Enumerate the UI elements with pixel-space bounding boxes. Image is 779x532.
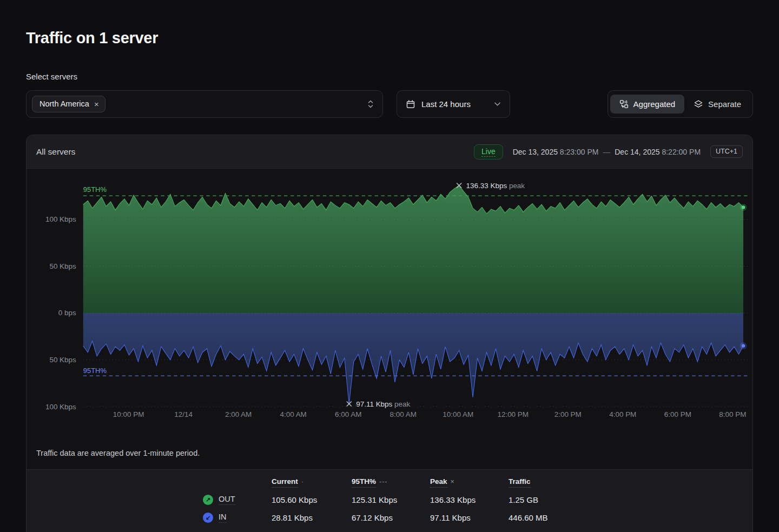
- controls-row: North America × Last 24 hours: [26, 90, 753, 118]
- download-arrow-icon: ↙: [203, 513, 213, 523]
- page-title: Traffic on 1 server: [26, 29, 753, 47]
- remove-server-icon[interactable]: ×: [94, 100, 99, 108]
- chevron-down-icon: [494, 102, 501, 107]
- x-tick-label: 4:00 PM: [609, 410, 636, 418]
- panel-title: All servers: [36, 147, 75, 157]
- in-row-label: ↙ IN: [203, 509, 272, 527]
- in-current: 28.81 Kbps: [272, 509, 352, 526]
- peak-x-icon: ×: [451, 478, 455, 486]
- out-current: 105.60 Kbps: [272, 491, 352, 508]
- y-tick-label: 50 Kbps: [49, 356, 76, 364]
- stats-section: Current· 95TH%--- Peak× Traffic ↗ OUT 10…: [27, 469, 752, 532]
- y-tick-label: 100 Kbps: [45, 215, 76, 223]
- in-traffic: 446.60 MB: [509, 509, 606, 526]
- time-end: 8:22:00 PM: [662, 148, 701, 156]
- select-servers-label: Select servers: [26, 72, 753, 81]
- chart-footnote: Traffic data are averaged over 1-minute …: [27, 439, 752, 469]
- x-tick-label: 6:00 AM: [335, 410, 361, 418]
- x-tick-label: 8:00 PM: [719, 410, 746, 418]
- x-tick-label: 12/14: [174, 410, 193, 418]
- col-traffic: Traffic: [509, 477, 606, 491]
- panel-header-right: Live Dec 13, 2025 8:23:00 PM — Dec 14, 2…: [474, 144, 743, 159]
- range-dash: —: [600, 148, 612, 156]
- current-dot-icon: ·: [301, 478, 304, 486]
- traffic-panel: All servers Live Dec 13, 2025 8:23:00 PM…: [26, 135, 753, 532]
- col-current: Current·: [272, 477, 352, 491]
- out-peak: 136.33 Kbps: [430, 491, 509, 508]
- peak-in-label: 97.11 Kbps peak: [356, 400, 410, 408]
- table-row-out: ↗ OUT 105.60 Kbps 125.31 Kbps 136.33 Kbp…: [203, 491, 752, 509]
- panel-header: All servers Live Dec 13, 2025 8:23:00 PM…: [27, 135, 752, 169]
- page: Traffic on 1 server Select servers North…: [0, 29, 779, 532]
- aggregated-label: Aggregated: [633, 99, 676, 109]
- x-tick-label: 12:00 PM: [497, 410, 529, 418]
- time-range-button[interactable]: Last 24 hours: [397, 90, 510, 118]
- x-tick-label: 10:00 PM: [113, 410, 144, 418]
- upload-arrow-icon: ↗: [203, 495, 213, 505]
- out-row-label: ↗ OUT: [203, 491, 272, 509]
- traffic-chart-svg: 95TH%95TH%136.33 Kbps peak97.11 Kbps pea…: [27, 169, 752, 439]
- server-select[interactable]: North America ×: [26, 90, 383, 118]
- out-95th: 125.31 Kbps: [352, 491, 430, 508]
- x-tick-label: 2:00 PM: [554, 410, 582, 418]
- in-area: [83, 313, 743, 404]
- percentile-dash-icon: ---: [379, 478, 388, 486]
- layers-icon: [694, 99, 703, 109]
- stats-header-row: Current· 95TH%--- Peak× Traffic: [203, 477, 752, 491]
- in-label: IN: [219, 513, 227, 523]
- in-95th: 67.12 Kbps: [352, 509, 430, 526]
- y-tick-label: 100 Kbps: [45, 403, 76, 411]
- x-tick-label: 6:00 PM: [664, 410, 691, 418]
- table-row-in: ↙ IN 28.81 Kbps 67.12 Kbps 97.11 Kbps 44…: [203, 509, 752, 527]
- select-updown-icon: [367, 99, 374, 109]
- in-peak: 97.11 Kbps: [430, 509, 509, 526]
- separate-label: Separate: [708, 99, 741, 109]
- x-tick-label: 10:00 AM: [443, 410, 473, 418]
- x-tick-label: 4:00 AM: [280, 410, 306, 418]
- toggle-separate[interactable]: Separate: [684, 95, 750, 114]
- in-95th-label: 95TH%: [83, 367, 107, 375]
- date-start: Dec 13, 2025: [513, 148, 558, 156]
- col-95th: 95TH%---: [352, 477, 430, 491]
- peak-out-label: 136.33 Kbps peak: [466, 181, 525, 189]
- y-tick-label: 0 bps: [58, 309, 76, 317]
- toggle-aggregated[interactable]: Aggregated: [610, 95, 685, 114]
- live-badge[interactable]: Live: [474, 144, 503, 159]
- selected-server-name: North America: [39, 99, 89, 108]
- y-tick-label: 50 Kbps: [49, 262, 76, 270]
- time-start: 8:23:00 PM: [560, 148, 599, 156]
- x-tick-label: 2:00 AM: [225, 410, 252, 418]
- aggregate-icon: [619, 99, 629, 109]
- selected-server-chip[interactable]: North America ×: [32, 96, 105, 112]
- traffic-chart[interactable]: 95TH%95TH%136.33 Kbps peak97.11 Kbps pea…: [27, 169, 752, 439]
- stats-corner: [203, 482, 272, 487]
- x-tick-label: 8:00 AM: [390, 410, 417, 418]
- timezone-badge[interactable]: UTC+1: [710, 145, 743, 158]
- out-label: OUT: [219, 495, 235, 505]
- date-end: Dec 14, 2025: [615, 148, 659, 156]
- col-peak: Peak×: [430, 477, 509, 491]
- out-95th-label: 95TH%: [83, 185, 107, 194]
- view-mode-toggle: Aggregated Separate: [608, 90, 753, 118]
- time-range-label: Last 24 hours: [421, 99, 471, 109]
- calendar-icon: [406, 99, 415, 109]
- out-traffic: 1.25 GB: [509, 491, 606, 508]
- date-range: Dec 13, 2025 8:23:00 PM — Dec 14, 2025 8…: [513, 148, 701, 156]
